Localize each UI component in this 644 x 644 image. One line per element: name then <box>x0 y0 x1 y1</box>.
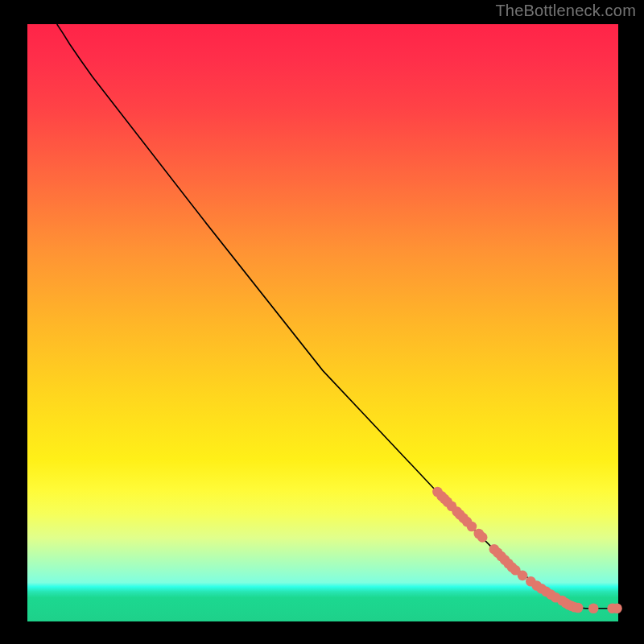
plot-wrap <box>27 24 618 621</box>
chart-svg <box>27 24 618 621</box>
chart-marker <box>518 571 528 581</box>
chart-markers-group <box>432 487 622 613</box>
attribution-text: TheBottleneck.com <box>495 2 636 20</box>
chart-marker <box>612 603 622 613</box>
chart-frame: TheBottleneck.com <box>0 0 644 644</box>
chart-marker <box>573 603 584 613</box>
chart-curve <box>57 24 618 609</box>
chart-marker <box>477 532 488 543</box>
chart-marker <box>588 603 599 613</box>
